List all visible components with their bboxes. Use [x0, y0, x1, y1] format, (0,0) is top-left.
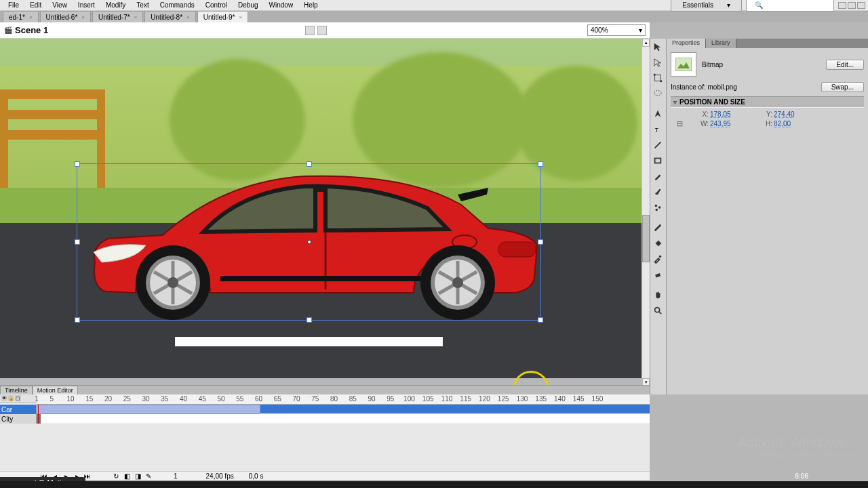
eyedropper-tool[interactable]: [651, 252, 665, 266]
swap-button[interactable]: Swap...: [821, 82, 864, 92]
edit-symbols-button[interactable]: [317, 26, 327, 35]
menu-debug[interactable]: Debug: [233, 0, 263, 10]
svg-point-33: [659, 256, 662, 258]
svg-rect-24: [654, 74, 656, 76]
edit-frames-button[interactable]: ✎: [145, 472, 152, 479]
eraser-tool[interactable]: [651, 268, 665, 281]
edit-button[interactable]: Edit...: [826, 60, 864, 70]
doc-tab-3[interactable]: Untitled-8*×: [144, 11, 195, 22]
menu-view[interactable]: View: [47, 0, 73, 10]
frame-rate[interactable]: 24,00 fps: [206, 472, 234, 480]
taskbar[interactable]: [0, 481, 868, 488]
playhead[interactable]: [38, 405, 39, 424]
svg-point-26: [654, 91, 662, 96]
close-icon[interactable]: ×: [239, 14, 242, 20]
elapsed-time: 0,0 s: [249, 472, 264, 480]
stage[interactable]: ↖ ▴ ▾ ▸: [0, 39, 650, 394]
hand-tool[interactable]: [651, 288, 665, 302]
svg-line-28: [655, 142, 661, 148]
tab-library[interactable]: Library: [706, 39, 736, 48]
prop-w[interactable]: 243,95: [710, 120, 751, 127]
section-position-size[interactable]: ▿ POSITION AND SIZE: [671, 96, 864, 108]
scene-header: 🎬 Scene 1 400% ▾: [0, 22, 650, 39]
menu-bar: File Edit View Insert Modify Text Comman…: [0, 0, 868, 11]
visibility-icon[interactable]: 👁: [1, 395, 7, 401]
frame-ruler[interactable]: 1510152025303540455055606570758085909510…: [37, 394, 650, 405]
lock-icon[interactable]: 🔒: [8, 395, 14, 401]
workspace-dropdown[interactable]: Essentials ▾: [671, 0, 742, 12]
svg-rect-37: [675, 58, 692, 71]
close-icon[interactable]: ×: [134, 14, 138, 20]
tab-properties[interactable]: Properties: [667, 39, 706, 48]
workspace-label: Essentials: [677, 0, 719, 10]
instance-type: Bitmap: [702, 61, 723, 68]
menu-edit[interactable]: Edit: [24, 0, 47, 10]
layer-car[interactable]: Car: [0, 405, 36, 414]
doc-tab-0[interactable]: ed-1*×: [3, 11, 39, 22]
pencil-tool[interactable]: [651, 169, 665, 183]
bone-tool[interactable]: [651, 221, 665, 235]
loop-button[interactable]: ↻: [113, 472, 119, 479]
doc-tab-2[interactable]: Untitled-7*×: [92, 11, 143, 22]
vertical-scrollbar[interactable]: ▴ ▾: [642, 39, 650, 386]
current-frame: 1: [174, 472, 178, 480]
menu-modify[interactable]: Modify: [100, 0, 131, 10]
subselection-tool[interactable]: [651, 56, 665, 69]
scroll-thumb[interactable]: [642, 215, 650, 262]
paint-bucket-tool[interactable]: [651, 237, 665, 250]
timeline-tracks[interactable]: [37, 405, 650, 424]
menu-insert[interactable]: Insert: [73, 0, 100, 10]
collapse-icon: ▿: [673, 98, 677, 106]
zoom-tool[interactable]: [651, 304, 665, 317]
svg-rect-1: [498, 242, 536, 257]
brush-tool[interactable]: [651, 185, 665, 199]
close-icon[interactable]: ×: [186, 14, 190, 20]
lasso-tool[interactable]: [651, 87, 665, 100]
doc-tab-1[interactable]: Untitled-6*×: [40, 11, 91, 22]
svg-rect-34: [655, 273, 660, 278]
restore-button[interactable]: [848, 2, 856, 9]
menu-help[interactable]: Help: [298, 0, 323, 10]
search-input[interactable]: 🔍: [746, 0, 834, 12]
rectangle-tool[interactable]: [651, 154, 665, 167]
menu-window[interactable]: Window: [264, 0, 299, 10]
prop-y[interactable]: 274,40: [774, 110, 814, 118]
zoom-dropdown[interactable]: 400% ▾: [587, 24, 646, 36]
selection-tool[interactable]: [651, 40, 665, 54]
car-instance[interactable]: [81, 164, 539, 320]
lock-aspect-icon[interactable]: ⊟: [672, 119, 687, 128]
system-clock: 6:06: [795, 472, 808, 480]
pen-tool[interactable]: [651, 107, 665, 121]
layer-city[interactable]: City: [0, 414, 36, 424]
onion-outline-button[interactable]: ◨: [134, 472, 141, 479]
canvas[interactable]: ↖ ▴ ▾: [0, 39, 650, 386]
svg-point-35: [655, 308, 660, 312]
onion-skin-button[interactable]: ◧: [123, 472, 130, 479]
minimize-button[interactable]: [838, 2, 846, 9]
close-icon[interactable]: ×: [81, 14, 85, 20]
menu-text[interactable]: Text: [131, 0, 154, 10]
prop-x[interactable]: 178,05: [710, 110, 751, 118]
scroll-up-button[interactable]: ▴: [642, 39, 650, 47]
svg-point-22: [452, 277, 463, 288]
layer-header-icons: 👁 🔒 ▢: [0, 394, 37, 403]
menu-control[interactable]: Control: [200, 0, 233, 10]
close-button[interactable]: [857, 2, 865, 9]
menu-file[interactable]: File: [3, 0, 24, 10]
timeline-footer: ⏮ ◂ ▸ ▸ ⏭ ↻ ◧ ◨ ✎ 1 24,00 fps 0,0 s: [0, 471, 650, 480]
tab-motion-editor[interactable]: Motion Editor: [33, 386, 78, 394]
free-transform-tool[interactable]: [651, 71, 665, 85]
deco-tool[interactable]: [651, 201, 665, 214]
tools-panel: T: [650, 39, 666, 394]
menu-commands[interactable]: Commands: [155, 0, 200, 10]
line-tool[interactable]: [651, 138, 665, 152]
edit-scene-button[interactable]: [305, 26, 315, 35]
prop-h[interactable]: 82,00: [774, 120, 814, 127]
svg-rect-23: [655, 75, 661, 81]
text-tool[interactable]: T: [651, 123, 665, 136]
doc-tab-4[interactable]: Untitled-9*×: [197, 11, 248, 22]
outline-icon[interactable]: ▢: [15, 395, 21, 401]
close-icon[interactable]: ×: [29, 14, 33, 20]
svg-point-31: [658, 206, 661, 209]
tab-timeline[interactable]: Timeline: [0, 386, 33, 394]
